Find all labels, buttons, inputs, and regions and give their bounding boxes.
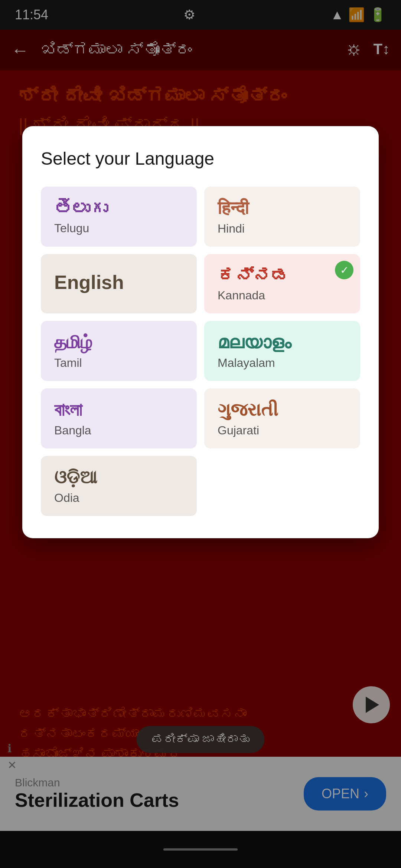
language-option-kannada[interactable]: ✓ ಕನ್ನಡ Kannada [204, 254, 360, 313]
language-option-telugu[interactable]: తెలుగు Telugu [41, 187, 197, 247]
gujarati-english-name: Gujarati [218, 424, 347, 437]
hindi-native-name: हिन्दी [218, 198, 347, 219]
kannada-english-name: Kannada [218, 289, 347, 302]
language-dialog: Select your Language తెలుగు Telugu हिन्द… [22, 126, 379, 538]
tamil-native-name: தமிழ் [54, 332, 183, 353]
dialog-title: Select your Language [41, 148, 360, 169]
selected-check-icon: ✓ [335, 261, 353, 279]
bangla-native-name: বাংলা [54, 400, 183, 421]
telugu-native-name: తెలుగు [54, 198, 183, 218]
odia-english-name: Odia [54, 491, 183, 505]
language-option-english[interactable]: English [41, 254, 197, 313]
malayalam-native-name: മലയാളം [218, 332, 347, 353]
language-option-tamil[interactable]: தமிழ் Tamil [41, 321, 197, 381]
language-option-odia[interactable]: ଓଡ଼ିଆ Odia [41, 456, 197, 516]
bangla-english-name: Bangla [54, 424, 183, 437]
language-option-gujarati[interactable]: ગુજરાતી Gujarati [204, 388, 360, 448]
hindi-english-name: Hindi [218, 222, 347, 236]
odia-native-name: ଓଡ଼ିଆ [54, 467, 183, 488]
english-native-name: English [54, 271, 183, 293]
kannada-native-name: ಕನ್ನಡ [218, 265, 347, 286]
tamil-english-name: Tamil [54, 356, 183, 370]
telugu-english-name: Telugu [54, 221, 183, 235]
malayalam-english-name: Malayalam [218, 356, 347, 370]
gujarati-native-name: ગુજરાતી [218, 400, 347, 421]
language-option-malayalam[interactable]: മലയാളം Malayalam [204, 321, 360, 381]
language-option-bangla[interactable]: বাংলা Bangla [41, 388, 197, 448]
language-option-hindi[interactable]: हिन्दी Hindi [204, 187, 360, 247]
language-grid: తెలుగు Telugu हिन्दी Hindi English ✓ ಕನ್… [41, 187, 360, 516]
